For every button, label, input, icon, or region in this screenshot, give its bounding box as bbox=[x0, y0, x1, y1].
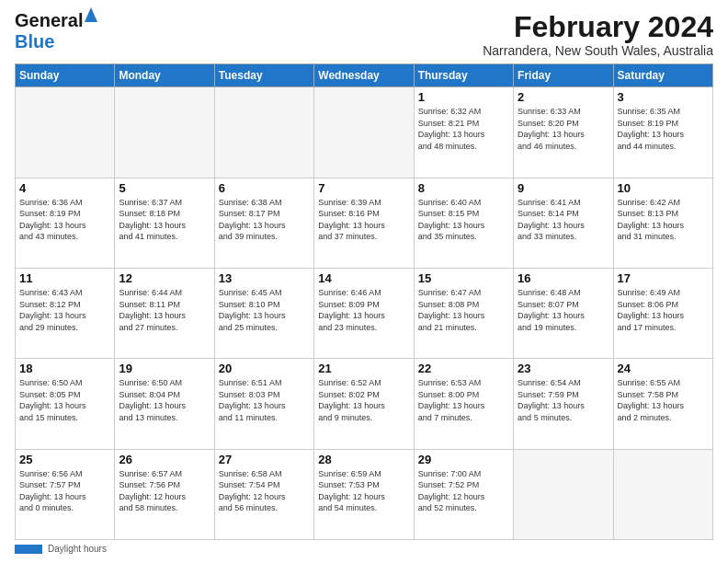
logo: General Blue bbox=[15, 11, 83, 52]
calendar-header-wednesday: Wednesday bbox=[314, 64, 414, 87]
logo-general: General bbox=[15, 10, 83, 30]
day-number: 16 bbox=[518, 271, 609, 285]
calendar-cell: 13Sunrise: 6:45 AM Sunset: 8:10 PM Dayli… bbox=[214, 268, 313, 358]
day-info: Sunrise: 6:57 AM Sunset: 7:56 PM Dayligh… bbox=[119, 468, 210, 514]
day-number: 23 bbox=[518, 362, 609, 375]
day-number: 13 bbox=[219, 271, 310, 285]
calendar-cell: 11Sunrise: 6:43 AM Sunset: 8:12 PM Dayli… bbox=[16, 268, 115, 358]
day-number: 20 bbox=[219, 362, 310, 375]
calendar-cell: 26Sunrise: 6:57 AM Sunset: 7:56 PM Dayli… bbox=[115, 449, 214, 539]
day-info: Sunrise: 6:55 AM Sunset: 7:58 PM Dayligh… bbox=[618, 377, 709, 423]
day-info: Sunrise: 6:44 AM Sunset: 8:11 PM Dayligh… bbox=[119, 287, 210, 333]
calendar-cell: 10Sunrise: 6:42 AM Sunset: 8:13 PM Dayli… bbox=[613, 178, 712, 268]
calendar-cell: 20Sunrise: 6:51 AM Sunset: 8:03 PM Dayli… bbox=[214, 359, 313, 449]
day-number: 21 bbox=[318, 362, 409, 375]
day-info: Sunrise: 6:48 AM Sunset: 8:07 PM Dayligh… bbox=[518, 287, 609, 333]
day-info: Sunrise: 6:43 AM Sunset: 8:12 PM Dayligh… bbox=[19, 287, 110, 333]
calendar-week-3: 11Sunrise: 6:43 AM Sunset: 8:12 PM Dayli… bbox=[16, 268, 713, 358]
day-info: Sunrise: 6:42 AM Sunset: 8:13 PM Dayligh… bbox=[618, 197, 709, 243]
footer: Daylight hours bbox=[15, 544, 713, 554]
day-number: 17 bbox=[618, 271, 709, 285]
calendar-header-saturday: Saturday bbox=[613, 64, 712, 87]
day-info: Sunrise: 6:50 AM Sunset: 8:05 PM Dayligh… bbox=[19, 377, 110, 423]
calendar-header-monday: Monday bbox=[115, 64, 214, 87]
day-info: Sunrise: 6:36 AM Sunset: 8:19 PM Dayligh… bbox=[19, 197, 110, 243]
day-info: Sunrise: 6:46 AM Sunset: 8:09 PM Dayligh… bbox=[318, 287, 409, 333]
day-info: Sunrise: 6:49 AM Sunset: 8:06 PM Dayligh… bbox=[618, 287, 709, 333]
day-number: 11 bbox=[19, 271, 110, 285]
day-info: Sunrise: 6:54 AM Sunset: 7:59 PM Dayligh… bbox=[518, 377, 609, 423]
day-number: 9 bbox=[518, 181, 609, 195]
day-number: 28 bbox=[318, 453, 409, 466]
day-number: 8 bbox=[418, 181, 509, 195]
day-info: Sunrise: 6:39 AM Sunset: 8:16 PM Dayligh… bbox=[318, 197, 409, 243]
day-info: Sunrise: 6:47 AM Sunset: 8:08 PM Dayligh… bbox=[418, 287, 509, 333]
calendar-cell: 19Sunrise: 6:50 AM Sunset: 8:04 PM Dayli… bbox=[115, 359, 214, 449]
day-info: Sunrise: 6:51 AM Sunset: 8:03 PM Dayligh… bbox=[219, 377, 310, 423]
calendar-cell bbox=[115, 87, 214, 178]
day-number: 26 bbox=[119, 453, 210, 466]
day-number: 1 bbox=[418, 90, 509, 104]
calendar-cell: 22Sunrise: 6:53 AM Sunset: 8:00 PM Dayli… bbox=[414, 359, 513, 449]
calendar-week-4: 18Sunrise: 6:50 AM Sunset: 8:05 PM Dayli… bbox=[16, 359, 713, 449]
calendar-cell: 18Sunrise: 6:50 AM Sunset: 8:05 PM Dayli… bbox=[16, 359, 115, 449]
calendar-header-thursday: Thursday bbox=[414, 64, 513, 87]
header: General Blue February 2024 Narrandera, N… bbox=[15, 11, 713, 58]
calendar-cell bbox=[514, 449, 613, 539]
calendar-cell: 16Sunrise: 6:48 AM Sunset: 8:07 PM Dayli… bbox=[514, 268, 613, 358]
calendar-cell: 14Sunrise: 6:46 AM Sunset: 8:09 PM Dayli… bbox=[314, 268, 414, 358]
day-number: 4 bbox=[19, 181, 110, 195]
day-info: Sunrise: 6:37 AM Sunset: 8:18 PM Dayligh… bbox=[119, 197, 210, 243]
day-info: Sunrise: 6:41 AM Sunset: 8:14 PM Dayligh… bbox=[518, 197, 609, 243]
calendar-cell: 3Sunrise: 6:35 AM Sunset: 8:19 PM Daylig… bbox=[613, 87, 712, 178]
day-number: 3 bbox=[618, 90, 709, 104]
calendar-cell: 23Sunrise: 6:54 AM Sunset: 7:59 PM Dayli… bbox=[514, 359, 613, 449]
calendar-cell: 29Sunrise: 7:00 AM Sunset: 7:52 PM Dayli… bbox=[414, 449, 513, 539]
day-number: 6 bbox=[219, 181, 310, 195]
day-number: 29 bbox=[418, 453, 509, 466]
day-info: Sunrise: 6:50 AM Sunset: 8:04 PM Dayligh… bbox=[119, 377, 210, 423]
calendar-cell: 24Sunrise: 6:55 AM Sunset: 7:58 PM Dayli… bbox=[613, 359, 712, 449]
day-number: 2 bbox=[518, 90, 609, 104]
calendar-header-row: SundayMondayTuesdayWednesdayThursdayFrid… bbox=[16, 64, 713, 87]
svg-marker-0 bbox=[85, 7, 97, 22]
calendar-cell: 2Sunrise: 6:33 AM Sunset: 8:20 PM Daylig… bbox=[514, 87, 613, 178]
day-info: Sunrise: 6:58 AM Sunset: 7:54 PM Dayligh… bbox=[219, 468, 310, 514]
calendar-cell: 28Sunrise: 6:59 AM Sunset: 7:53 PM Dayli… bbox=[314, 449, 414, 539]
calendar-cell bbox=[16, 87, 115, 178]
calendar-cell: 25Sunrise: 6:56 AM Sunset: 7:57 PM Dayli… bbox=[16, 449, 115, 539]
day-number: 12 bbox=[119, 271, 210, 285]
calendar-cell bbox=[214, 87, 313, 178]
day-number: 10 bbox=[618, 181, 709, 195]
calendar-week-5: 25Sunrise: 6:56 AM Sunset: 7:57 PM Dayli… bbox=[16, 449, 713, 539]
calendar-header-tuesday: Tuesday bbox=[214, 64, 313, 87]
day-number: 27 bbox=[219, 453, 310, 466]
calendar-cell: 15Sunrise: 6:47 AM Sunset: 8:08 PM Dayli… bbox=[414, 268, 513, 358]
logo-triangle-icon bbox=[85, 7, 97, 25]
day-info: Sunrise: 6:59 AM Sunset: 7:53 PM Dayligh… bbox=[318, 468, 409, 514]
calendar-cell bbox=[613, 449, 712, 539]
day-info: Sunrise: 7:00 AM Sunset: 7:52 PM Dayligh… bbox=[418, 468, 509, 514]
day-info: Sunrise: 6:53 AM Sunset: 8:00 PM Dayligh… bbox=[418, 377, 509, 423]
calendar-cell: 1Sunrise: 6:32 AM Sunset: 8:21 PM Daylig… bbox=[414, 87, 513, 178]
calendar-week-2: 4Sunrise: 6:36 AM Sunset: 8:19 PM Daylig… bbox=[16, 178, 713, 268]
day-number: 22 bbox=[418, 362, 509, 375]
subtitle: Narrandera, New South Wales, Australia bbox=[483, 43, 713, 58]
day-number: 15 bbox=[418, 271, 509, 285]
calendar-week-1: 1Sunrise: 6:32 AM Sunset: 8:21 PM Daylig… bbox=[16, 87, 713, 178]
calendar-cell: 12Sunrise: 6:44 AM Sunset: 8:11 PM Dayli… bbox=[115, 268, 214, 358]
day-number: 7 bbox=[318, 181, 409, 195]
calendar-table: SundayMondayTuesdayWednesdayThursdayFrid… bbox=[15, 63, 713, 540]
day-number: 19 bbox=[119, 362, 210, 375]
logo-blue: Blue bbox=[15, 31, 54, 52]
calendar-header-friday: Friday bbox=[514, 64, 613, 87]
main-title: February 2024 bbox=[483, 11, 713, 43]
calendar-cell: 4Sunrise: 6:36 AM Sunset: 8:19 PM Daylig… bbox=[16, 178, 115, 268]
day-info: Sunrise: 6:40 AM Sunset: 8:15 PM Dayligh… bbox=[418, 197, 509, 243]
calendar-header-sunday: Sunday bbox=[16, 64, 115, 87]
day-info: Sunrise: 6:35 AM Sunset: 8:19 PM Dayligh… bbox=[618, 106, 709, 152]
calendar-cell bbox=[314, 87, 414, 178]
page: General Blue February 2024 Narrandera, N… bbox=[0, 0, 728, 563]
calendar-cell: 27Sunrise: 6:58 AM Sunset: 7:54 PM Dayli… bbox=[214, 449, 313, 539]
day-info: Sunrise: 6:45 AM Sunset: 8:10 PM Dayligh… bbox=[219, 287, 310, 333]
